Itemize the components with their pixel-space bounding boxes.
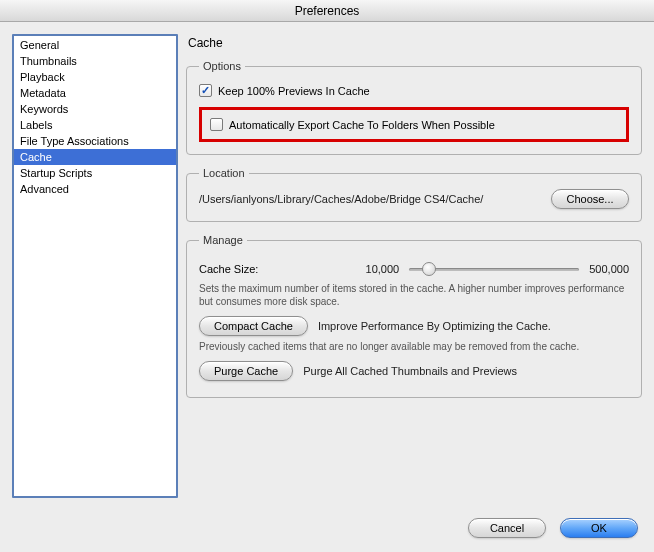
purge-cache-button[interactable]: Purge Cache <box>199 361 293 381</box>
page-title: Cache <box>188 36 642 50</box>
checkbox-icon[interactable] <box>210 118 223 131</box>
options-group: Options ✓ Keep 100% Previews In Cache Au… <box>186 60 642 155</box>
location-legend: Location <box>199 167 249 179</box>
compact-cache-button[interactable]: Compact Cache <box>199 316 308 336</box>
cache-size-help: Sets the maximum number of items stored … <box>199 282 629 308</box>
sidebar-item[interactable]: Startup Scripts <box>14 165 176 181</box>
cancel-button[interactable]: Cancel <box>468 518 546 538</box>
slider-thumb-icon[interactable] <box>422 262 436 276</box>
sidebar-item[interactable]: Labels <box>14 117 176 133</box>
sidebar-item[interactable]: Cache <box>14 149 176 165</box>
keep-previews-label: Keep 100% Previews In Cache <box>218 85 370 97</box>
cache-path: /Users/ianlyons/Library/Caches/Adobe/Bri… <box>199 193 541 205</box>
sidebar-item[interactable]: Metadata <box>14 85 176 101</box>
compact-row: Compact Cache Improve Performance By Opt… <box>199 316 629 336</box>
ok-button[interactable]: OK <box>560 518 638 538</box>
cache-size-slider[interactable] <box>409 262 579 276</box>
dialog-footer: Cancel OK <box>0 510 654 552</box>
highlight-annotation: Automatically Export Cache To Folders Wh… <box>199 107 629 142</box>
main-panel: Cache Options ✓ Keep 100% Previews In Ca… <box>186 34 642 498</box>
preferences-window: Preferences GeneralThumbnailsPlaybackMet… <box>0 0 654 552</box>
auto-export-row[interactable]: Automatically Export Cache To Folders Wh… <box>210 118 618 131</box>
compact-desc: Improve Performance By Optimizing the Ca… <box>318 320 551 332</box>
compact-help: Previously cached items that are no long… <box>199 340 629 353</box>
cache-size-max: 500,000 <box>589 263 629 275</box>
checkbox-icon[interactable]: ✓ <box>199 84 212 97</box>
sidebar-item[interactable]: General <box>14 37 176 53</box>
keep-previews-row[interactable]: ✓ Keep 100% Previews In Cache <box>199 84 629 97</box>
sidebar-item[interactable]: Playback <box>14 69 176 85</box>
sidebar: GeneralThumbnailsPlaybackMetadataKeyword… <box>12 34 178 498</box>
sidebar-item[interactable]: File Type Associations <box>14 133 176 149</box>
sidebar-item[interactable]: Thumbnails <box>14 53 176 69</box>
purge-row: Purge Cache Purge All Cached Thumbnails … <box>199 361 629 381</box>
cache-size-label: Cache Size: <box>199 263 258 275</box>
purge-desc: Purge All Cached Thumbnails and Previews <box>303 365 517 377</box>
window-body: GeneralThumbnailsPlaybackMetadataKeyword… <box>0 22 654 510</box>
sidebar-item[interactable]: Keywords <box>14 101 176 117</box>
sidebar-item[interactable]: Advanced <box>14 181 176 197</box>
manage-group: Manage Cache Size: 10,000 500,000 Sets t… <box>186 234 642 398</box>
window-title: Preferences <box>0 0 654 22</box>
options-legend: Options <box>199 60 245 72</box>
cache-size-row: Cache Size: 10,000 500,000 <box>199 262 629 276</box>
auto-export-label: Automatically Export Cache To Folders Wh… <box>229 119 495 131</box>
cache-size-min: 10,000 <box>366 263 400 275</box>
choose-button[interactable]: Choose... <box>551 189 629 209</box>
manage-legend: Manage <box>199 234 247 246</box>
location-group: Location /Users/ianlyons/Library/Caches/… <box>186 167 642 222</box>
